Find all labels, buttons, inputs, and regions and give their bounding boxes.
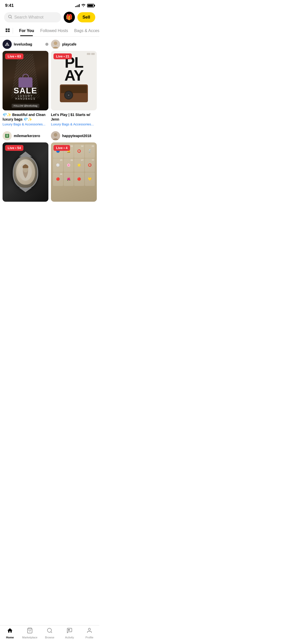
- stream-feed: leveluxbag SALE LUXURY HANDBAGS FOLLOW @…: [0, 37, 99, 209]
- follow-tag-leveluxbag: FOLLOW @leveluxbag: [12, 104, 39, 108]
- sale-small-text: LUXURY HANDBAGS: [13, 95, 37, 100]
- tab-bags-accessories[interactable]: Bags & Accessories: [71, 25, 99, 36]
- jewel-3: ⭕: [77, 149, 81, 153]
- stream-header-playcafe: playcafe: [51, 40, 97, 49]
- jewelry-display: 🔵20 🔔21 ⭕32 💍23 ⚪25 🌸26 🌟27 ⭕77 🔴46 🌺 🔴 …: [51, 142, 97, 202]
- stream-info-leveluxbag: 💎✨ Beautiful and Clean luxury bags 💎✨ Lu…: [3, 110, 48, 127]
- stream-thumb-milemarkerzero[interactable]: Live • 54: [3, 142, 48, 202]
- stream-thumb-playcafe[interactable]: PLAY Live • 21: [51, 51, 97, 110]
- stream-title-leveluxbag: 💎✨ Beautiful and Clean luxury bags 💎✨: [3, 112, 48, 122]
- status-icons: [75, 4, 94, 8]
- svg-text:MI: MI: [6, 133, 8, 135]
- stream-title-playcafe: Let's Play | $1 Starts w/ Jenn: [51, 112, 97, 122]
- status-bar: 9:41: [0, 0, 99, 10]
- jewel-12: 💛: [88, 177, 92, 181]
- gift-button[interactable]: 🎁: [64, 12, 75, 23]
- jewel-5: ⚪: [56, 163, 60, 167]
- stream-info-playcafe: Let's Play | $1 Starts w/ Jenn Luxury Ba…: [51, 110, 97, 127]
- stream-header-happyteapot: happyteapot2018: [51, 131, 97, 140]
- stream-card-playcafe[interactable]: playcafe PLAY Live • 21 Let's Play | $1 …: [51, 40, 97, 127]
- gift-icon: 🎁: [66, 14, 73, 21]
- tabs-divider: [13, 28, 13, 34]
- sale-big-text: SALE: [13, 86, 37, 95]
- battery-icon: [87, 4, 94, 7]
- svg-text:0: 0: [6, 135, 8, 137]
- stream-header-milemarkerzero: 0 MI milemarkerzero: [3, 131, 48, 140]
- tab-followed-hosts[interactable]: Followed Hosts: [37, 25, 71, 36]
- play-big-text: PLAY: [64, 56, 83, 82]
- jewel-6: 🌸: [67, 163, 71, 167]
- username-milemarkerzero: milemarkerzero: [14, 134, 48, 138]
- search-icon: [8, 15, 12, 20]
- stream-thumb-happyteapot[interactable]: 🔵20 🔔21 ⭕32 💍23 ⚪25 🌸26 🌟27 ⭕77 🔴46 🌺 🔴 …: [51, 142, 97, 202]
- username-leveluxbag: leveluxbag: [14, 42, 43, 46]
- avatar-leveluxbag: [3, 40, 12, 49]
- live-badge-playcafe: Live • 21: [53, 53, 72, 59]
- category-tabs: For You Followed Hosts Bags & Accessorie…: [0, 25, 99, 37]
- username-happyteapot: happyteapot2018: [62, 134, 97, 138]
- stream-info-milemarkerzero: [3, 202, 48, 206]
- cameo-frame: [13, 156, 38, 189]
- search-bar[interactable]: Search Whatnot: [4, 12, 61, 22]
- wifi-icon: [81, 4, 86, 8]
- live-indicator-leveluxbag: [45, 43, 48, 46]
- avatar-happyteapot: [51, 131, 60, 140]
- app-header: Search Whatnot 🎁 Sell: [0, 10, 99, 25]
- live-badge-milemarkerzero: Live • 54: [5, 145, 23, 151]
- svg-point-17: [54, 133, 57, 137]
- search-placeholder: Search Whatnot: [14, 15, 44, 20]
- stream-header-leveluxbag: leveluxbag: [3, 40, 48, 49]
- tab-for-you[interactable]: For You: [16, 25, 37, 36]
- jewel-4: 💍: [88, 149, 92, 153]
- svg-rect-5: [8, 31, 10, 32]
- live-badge-leveluxbag: Live • 63: [5, 53, 23, 59]
- svg-rect-4: [6, 31, 7, 32]
- avatar-playcafe: [51, 40, 60, 49]
- grid-icon[interactable]: [3, 25, 13, 36]
- avatar-milemarkerzero: 0 MI: [3, 131, 12, 140]
- signal-icon: [75, 4, 80, 7]
- jewel-9: 🔴: [56, 177, 60, 181]
- stream-thumb-leveluxbag[interactable]: SALE LUXURY HANDBAGS FOLLOW @leveluxbag …: [3, 51, 48, 110]
- jewel-7: 🌟: [77, 163, 81, 167]
- sell-button[interactable]: Sell: [77, 12, 95, 22]
- stream-card-leveluxbag[interactable]: leveluxbag SALE LUXURY HANDBAGS FOLLOW @…: [3, 40, 48, 127]
- username-playcafe: playcafe: [62, 42, 97, 46]
- stream-category-leveluxbag: Luxury Bags & Accessories...: [3, 122, 48, 126]
- svg-point-9: [54, 41, 57, 45]
- live-badge-happyteapot: Live • 4: [53, 145, 70, 151]
- svg-rect-2: [6, 28, 7, 30]
- jewel-11: 🔴: [77, 177, 81, 181]
- jewel-8: ⭕: [88, 163, 92, 167]
- status-time: 9:41: [5, 3, 14, 8]
- stream-card-happyteapot[interactable]: happyteapot2018 🔵20 🔔21 ⭕32 💍23 ⚪25 🌸26 …: [51, 131, 97, 206]
- stream-info-happyteapot: [51, 202, 97, 206]
- svg-line-1: [11, 18, 12, 19]
- stream-category-playcafe: Luxury Bags & Accessories...: [51, 122, 97, 126]
- svg-rect-3: [8, 28, 10, 30]
- jewel-10: 🌺: [67, 177, 71, 181]
- stream-card-milemarkerzero[interactable]: 0 MI milemarkerzero: [3, 131, 48, 206]
- svg-point-7: [7, 44, 8, 45]
- record-player: [60, 84, 88, 102]
